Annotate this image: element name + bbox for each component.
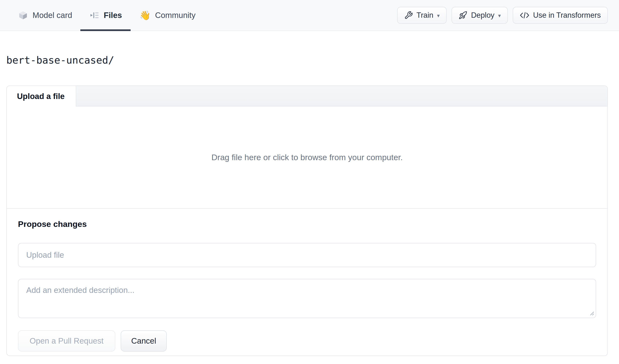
chevron-down-icon: ▾	[437, 13, 440, 18]
dropzone-hint: Drag file here or click to browse from y…	[211, 153, 403, 162]
button-label: Train	[417, 11, 433, 20]
extended-description-textarea[interactable]	[18, 279, 596, 318]
propose-changes-section: Propose changes Open a Pull Request Canc…	[7, 209, 607, 352]
upload-card-tabstrip: Upload a file	[7, 86, 607, 107]
tab-files[interactable]: Files	[90, 0, 122, 30]
chevron-down-icon: ▾	[498, 13, 501, 18]
upload-file-input[interactable]	[18, 243, 596, 267]
tab-label: Files	[104, 11, 122, 20]
tab-label: Community	[155, 11, 196, 20]
repo-tabs: Model card Files 👋 Community	[18, 0, 196, 30]
cube-icon	[18, 10, 28, 21]
use-in-transformers-button[interactable]: Use in Transformers	[513, 7, 608, 24]
tab-upload-a-file[interactable]: Upload a file	[7, 86, 76, 107]
breadcrumb[interactable]: bert-base-uncased/	[0, 31, 619, 66]
waving-hand-icon: 👋	[139, 11, 151, 20]
cancel-button[interactable]: Cancel	[121, 330, 167, 352]
resize-handle[interactable]	[588, 309, 594, 316]
button-label: Use in Transformers	[533, 11, 601, 20]
propose-actions-row: Open a Pull Request Cancel	[18, 330, 596, 352]
button-label: Deploy	[471, 11, 494, 20]
tab-model-card[interactable]: Model card	[18, 0, 72, 30]
deploy-button[interactable]: Deploy ▾	[451, 7, 508, 24]
file-dropzone[interactable]: Drag file here or click to browse from y…	[7, 107, 607, 209]
wrench-icon	[404, 11, 413, 20]
description-field-wrapper	[18, 279, 596, 318]
tab-label: Model card	[32, 11, 72, 20]
open-pull-request-button[interactable]: Open a Pull Request	[18, 330, 115, 352]
tab-community[interactable]: 👋 Community	[139, 0, 196, 30]
rocket-icon	[459, 11, 467, 20]
train-button[interactable]: Train ▾	[397, 7, 447, 24]
code-icon	[520, 11, 529, 19]
repo-tab-bar: Model card Files 👋 Community	[0, 0, 619, 31]
upload-file-card: Upload a file Drag file here or click to…	[6, 85, 608, 356]
repo-action-buttons: Train ▾ Deploy ▾	[397, 0, 608, 30]
versions-list-icon	[90, 10, 99, 20]
propose-changes-heading: Propose changes	[18, 219, 596, 229]
